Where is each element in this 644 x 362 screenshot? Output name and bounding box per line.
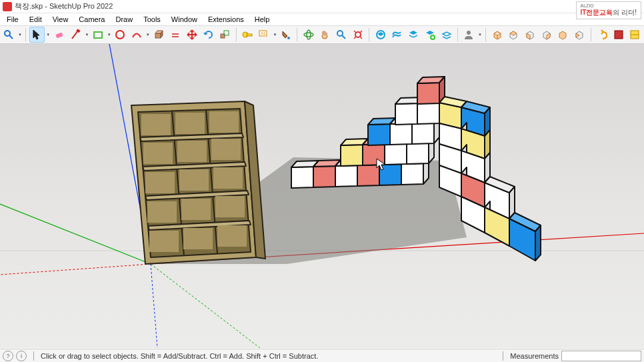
menu-edit[interactable]: Edit bbox=[24, 14, 47, 25]
circle-icon[interactable] bbox=[113, 27, 128, 43]
window-title: 책장.skp - SketchUp Pro 2022 bbox=[15, 1, 113, 11]
paint-icon[interactable] bbox=[279, 27, 294, 43]
svg-rect-6 bbox=[155, 33, 161, 38]
menu-window[interactable]: Window bbox=[166, 14, 203, 25]
svg-point-14 bbox=[304, 33, 313, 37]
svg-rect-2 bbox=[55, 32, 63, 38]
svg-rect-44 bbox=[177, 141, 207, 162]
svg-marker-100 bbox=[417, 83, 439, 104]
layers-icon[interactable] bbox=[406, 27, 421, 43]
svg-point-18 bbox=[355, 32, 361, 37]
axis-green bbox=[0, 204, 151, 264]
select-icon[interactable] bbox=[29, 27, 45, 43]
watermark-brand: IT전문교육 bbox=[581, 9, 613, 16]
menu-extensions[interactable]: Extensions bbox=[203, 14, 249, 25]
svg-line-17 bbox=[342, 35, 345, 39]
scene-svg bbox=[0, 44, 644, 348]
model-viewport[interactable] bbox=[0, 44, 644, 348]
svg-marker-82 bbox=[407, 143, 429, 164]
search-icon[interactable] bbox=[1, 27, 17, 43]
eraser-icon[interactable] bbox=[52, 27, 67, 43]
info-icon[interactable]: i bbox=[16, 351, 27, 361]
freehand-icon[interactable] bbox=[91, 27, 106, 43]
iso-icon[interactable] bbox=[489, 27, 505, 43]
bookshelf bbox=[131, 101, 265, 264]
section2-icon[interactable] bbox=[627, 27, 643, 43]
watermark: ALZIO IT전문교육의 리더! bbox=[576, 1, 641, 19]
svg-marker-79 bbox=[385, 143, 407, 165]
svg-rect-47 bbox=[179, 169, 209, 191]
title-bar: 책장.skp - SketchUp Pro 2022 bbox=[0, 0, 644, 13]
svg-rect-10 bbox=[247, 34, 252, 36]
top-icon[interactable] bbox=[506, 27, 521, 43]
svg-marker-70 bbox=[401, 163, 423, 185]
user-dropdown[interactable]: ▼ bbox=[478, 27, 483, 43]
add-layer-icon[interactable] bbox=[422, 27, 437, 43]
svg-point-5 bbox=[116, 31, 124, 39]
outliner-icon[interactable] bbox=[439, 27, 454, 43]
svg-rect-42 bbox=[209, 111, 239, 133]
line-icon[interactable] bbox=[68, 27, 83, 43]
scale-icon[interactable] bbox=[217, 27, 233, 43]
extension-icon[interactable] bbox=[389, 27, 405, 43]
3dwarehouse-icon[interactable] bbox=[373, 27, 388, 43]
rotate-icon[interactable] bbox=[201, 27, 216, 43]
menu-camera[interactable]: Camera bbox=[73, 14, 110, 25]
axis-red-dash bbox=[0, 264, 151, 275]
measurements-label: Measurements bbox=[510, 352, 559, 360]
svg-rect-54 bbox=[217, 225, 247, 247]
watermark-tagline: 의 리더! bbox=[613, 9, 637, 16]
menu-file[interactable]: File bbox=[1, 14, 24, 25]
arc-dropdown[interactable]: ▼ bbox=[145, 27, 150, 43]
front-icon[interactable] bbox=[523, 27, 538, 43]
select-dropdown[interactable]: ▼ bbox=[46, 27, 51, 43]
menu-tools[interactable]: Tools bbox=[138, 14, 166, 25]
svg-rect-50 bbox=[181, 199, 211, 220]
svg-rect-53 bbox=[183, 228, 213, 249]
back-icon[interactable] bbox=[555, 27, 571, 43]
left-icon[interactable] bbox=[572, 27, 587, 43]
user-icon[interactable] bbox=[461, 27, 477, 43]
shape-dropdown[interactable]: ▼ bbox=[107, 27, 111, 43]
text-dropdown[interactable]: ▼ bbox=[273, 27, 277, 43]
arc-icon[interactable] bbox=[129, 27, 145, 43]
measurements-input[interactable] bbox=[561, 351, 641, 361]
app-icon bbox=[3, 2, 12, 11]
section-icon[interactable] bbox=[611, 27, 626, 43]
watermark-small: ALZIO bbox=[581, 3, 637, 8]
svg-marker-91 bbox=[412, 123, 434, 144]
offset-icon[interactable] bbox=[168, 27, 183, 43]
svg-marker-130 bbox=[535, 225, 541, 261]
undo-icon[interactable] bbox=[594, 27, 609, 43]
text-icon[interactable]: A1 bbox=[256, 27, 271, 43]
axis-blue-dash bbox=[151, 264, 157, 348]
pushpull-icon[interactable] bbox=[151, 27, 167, 43]
svg-point-13 bbox=[287, 37, 290, 39]
zoom-icon[interactable] bbox=[334, 27, 349, 43]
svg-marker-88 bbox=[390, 123, 412, 145]
zoom-extents-icon[interactable] bbox=[351, 27, 366, 43]
menu-view[interactable]: View bbox=[47, 14, 74, 25]
status-bar: ? i Click or drag to select objects. Shi… bbox=[0, 349, 644, 362]
move-icon[interactable] bbox=[185, 27, 200, 43]
main-toolbar: ▼ ▼ ▼ ▼ ▼ A1 ▼ ▼ bbox=[0, 25, 644, 44]
right-icon[interactable] bbox=[539, 27, 554, 43]
menu-draw[interactable]: Draw bbox=[110, 14, 138, 25]
menu-help[interactable]: Help bbox=[249, 14, 275, 25]
svg-marker-58 bbox=[313, 166, 335, 187]
svg-rect-49 bbox=[147, 201, 177, 223]
svg-rect-41 bbox=[175, 113, 205, 134]
svg-rect-43 bbox=[143, 143, 173, 164]
svg-marker-73 bbox=[341, 145, 363, 166]
svg-point-21 bbox=[467, 31, 471, 35]
svg-rect-45 bbox=[211, 139, 241, 160]
menu-bar: File Edit View Camera Draw Tools Window … bbox=[0, 13, 644, 25]
pan-icon[interactable] bbox=[317, 27, 333, 43]
svg-rect-40 bbox=[141, 114, 171, 135]
line-dropdown[interactable]: ▼ bbox=[85, 27, 89, 43]
orbit-icon[interactable] bbox=[301, 27, 316, 43]
search-dropdown[interactable]: ▼ bbox=[18, 27, 23, 43]
help-icon[interactable]: ? bbox=[3, 351, 13, 361]
tape-icon[interactable] bbox=[240, 27, 255, 43]
svg-line-1 bbox=[9, 35, 13, 39]
